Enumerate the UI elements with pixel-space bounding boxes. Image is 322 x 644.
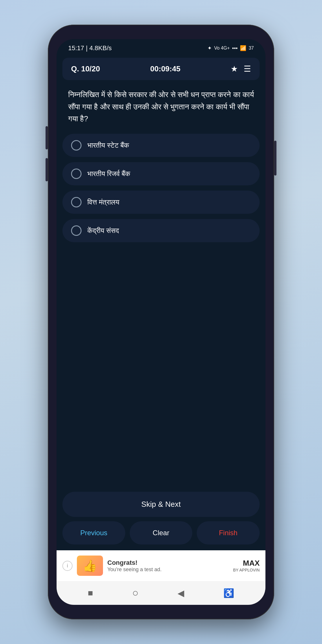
option-b-text: भारतीय रिजर्व बैंक (87, 170, 130, 178)
network-info: Vo 4G+ (214, 46, 230, 51)
skip-next-button[interactable]: Skip & Next (62, 492, 260, 517)
home-icon[interactable]: ○ (132, 587, 139, 599)
volume-down-button[interactable] (46, 158, 48, 181)
question-text: निम्नलिखित में से किसे सरकार की ओर से सभ… (68, 89, 254, 125)
ad-logo-sub: BY APPLOVIN (233, 568, 260, 573)
ad-subtitle: You're seeing a test ad. (107, 567, 229, 573)
ad-logo: MAX BY APPLOVIN (233, 559, 260, 573)
bookmark-icon[interactable]: ★ (231, 64, 238, 74)
clear-button[interactable]: Clear (130, 521, 193, 544)
battery-icon: 37 (249, 46, 254, 51)
phone-frame: 15:17 | 4.8KB/s ✦ Vo 4G+ ▪▪▪ 📶 37 Q. 10/… (48, 25, 274, 619)
ad-info-icon: i (62, 561, 73, 571)
option-a-text: भारतीय स्टेट बैंक (87, 141, 129, 149)
question-area: निम्नलिखित में से किसे सरकार की ओर से सभ… (57, 80, 265, 131)
back-icon[interactable]: ◀ (178, 588, 184, 598)
accessibility-icon[interactable]: ♿ (223, 588, 234, 598)
option-d-text: केंद्रीय संसद (87, 227, 119, 235)
status-icons: ✦ Vo 4G+ ▪▪▪ 📶 37 (207, 45, 254, 51)
radio-b (71, 169, 82, 179)
phone-screen: 15:17 | 4.8KB/s ✦ Vo 4G+ ▪▪▪ 📶 37 Q. 10/… (57, 39, 265, 605)
status-bar: 15:17 | 4.8KB/s ✦ Vo 4G+ ▪▪▪ 📶 37 (57, 39, 265, 55)
radio-d (71, 225, 82, 236)
option-c[interactable]: वित्त मंत्रालय (62, 191, 260, 214)
previous-button[interactable]: Previous (62, 521, 125, 544)
option-c-text: वित्त मंत्रालय (87, 198, 119, 206)
ad-text-area: Congrats! You're seeing a test ad. (107, 559, 229, 573)
android-nav: ■ ○ ◀ ♿ (57, 581, 265, 605)
signal-icon: ▪▪▪ (232, 45, 238, 51)
options-area: भारतीय स्टेट बैंक भारतीय रिजर्व बैंक वित… (57, 131, 265, 250)
recent-apps-icon[interactable]: ■ (88, 588, 93, 598)
radio-a (71, 140, 82, 151)
status-time: 15:17 | 4.8KB/s (68, 44, 112, 52)
power-button[interactable] (274, 141, 276, 176)
ad-banner[interactable]: i 👍 Congrats! You're seeing a test ad. M… (57, 550, 265, 581)
finish-button[interactable]: Finish (197, 521, 260, 544)
option-b[interactable]: भारतीय रिजर्व बैंक (62, 162, 260, 185)
bottom-buttons: Previous Clear Finish (57, 521, 265, 550)
quiz-header: Q. 10/20 00:09:45 ★ ☰ (62, 58, 260, 80)
bluetooth-icon: ✦ (207, 45, 212, 51)
option-d[interactable]: केंद्रीय संसद (62, 219, 260, 242)
ad-image: 👍 (77, 556, 103, 576)
radio-c (71, 197, 82, 207)
menu-icon[interactable]: ☰ (244, 64, 251, 74)
quiz-progress: Q. 10/20 (71, 64, 100, 73)
wifi-icon: 📶 (240, 45, 246, 51)
volume-up-button[interactable] (46, 126, 48, 149)
quiz-timer: 00:09:45 (150, 64, 180, 73)
thumbs-up-icon: 👍 (83, 559, 97, 573)
header-icons: ★ ☰ (231, 64, 251, 74)
option-a[interactable]: भारतीय स्टेट बैंक (62, 134, 260, 157)
ad-title: Congrats! (107, 559, 229, 567)
